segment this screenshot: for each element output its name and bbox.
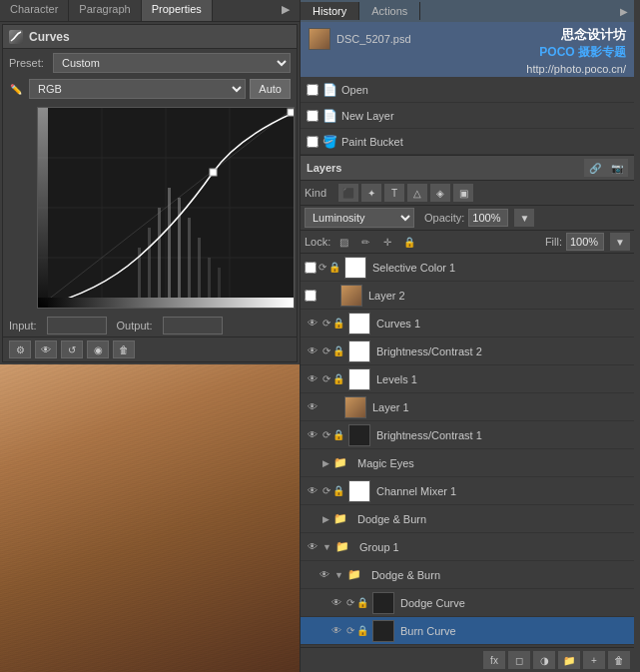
layer-name-1: Layer 2 [368,290,630,302]
layer-row[interactable]: 👁 ⟳ 🔒 Levels 1 [301,365,634,393]
fx-btn[interactable]: fx [483,651,505,669]
layer-eye-4[interactable]: 👁 [305,373,320,384]
layer-row[interactable]: 👁 Layer 1 [301,393,634,421]
layer-row[interactable]: ⟳ 🔒 Selective Color 1 [301,254,634,282]
tab-paragraph[interactable]: Paragraph [69,0,141,21]
layer-eye-13[interactable]: 👁 [328,625,344,636]
layer-row[interactable]: 👁 ⟳ 🔒 Curves 1 [301,310,634,337]
layers-header-title: Layers [307,162,341,174]
layer-mask-8: 🔒 [332,485,344,496]
group-btn[interactable]: 📁 [558,651,580,669]
layer-vis-1[interactable] [305,290,317,302]
layers-link-btn[interactable]: 🔗 [584,159,606,177]
history-check-paint[interactable] [307,136,319,148]
lock-move-btn[interactable]: ✛ [378,234,396,250]
eye-btn[interactable]: 👁 [35,340,57,358]
history-check-open[interactable] [307,84,319,96]
layer-name-12: Dodge Curve [400,597,630,609]
kind-shape-btn[interactable]: △ [407,184,427,202]
layer-link-3: ⟳ [322,345,330,356]
tab-character[interactable]: Character [0,0,69,21]
adjustment-btn[interactable]: ◑ [533,651,555,669]
history-items: 📄 Open 📄 New Layer 🪣 Paint Bucket [301,77,634,155]
history-item-open[interactable]: 📄 Open [301,77,634,103]
svg-rect-21 [38,108,48,308]
layers-camera-btn[interactable]: 📷 [606,159,628,177]
mask-btn[interactable]: ◻ [508,651,530,669]
visibility-btn[interactable]: ◉ [87,340,109,358]
layer-row[interactable]: 👁 ⟳ 🔒 Burn Curve [301,617,634,645]
layer-vis-0[interactable] [305,262,317,274]
svg-rect-18 [210,169,217,176]
history-item-label: New Layer [341,110,394,122]
lock-all-btn[interactable]: 🔒 [400,234,418,250]
opacity-input[interactable] [468,209,508,227]
lock-transparent-btn[interactable]: ▨ [334,234,352,250]
preset-select[interactable]: Custom [53,53,291,73]
layer-mask-0: 🔒 [328,262,340,273]
input-output-row: Input: Output: [3,315,297,336]
new-layer-btn[interactable]: + [583,651,605,669]
kind-pixel-btn[interactable]: ⬛ [338,184,358,202]
panel-menu-btn[interactable]: ▶ [272,0,300,21]
kind-filter-btn[interactable]: ▣ [453,184,473,202]
channel-select[interactable]: RGB [29,79,246,99]
channel-btn[interactable]: ⚙ [9,340,31,358]
layer-link-4: ⟳ [322,373,330,384]
layer-row[interactable]: ▶ 📁 Magic Eyes [301,449,634,477]
layer-eye-3[interactable]: 👁 [305,345,320,356]
layer-name-4: Levels 1 [376,373,630,385]
photo-placeholder [0,364,300,672]
layer-eye-6[interactable]: 👁 [305,429,320,440]
reset-btn[interactable]: ↺ [61,340,83,358]
fill-input[interactable] [566,233,604,251]
layer-row[interactable]: 👁 ⟳ 🔒 Brightness/Contrast 1 [301,421,634,449]
tab-actions[interactable]: Actions [359,2,420,20]
layer-eye-2[interactable]: 👁 [305,318,320,329]
output-value[interactable] [163,317,223,335]
history-item-paintbucket[interactable]: 🪣 Paint Bucket [301,129,634,155]
layer-thumb-6 [348,424,370,446]
tab-history[interactable]: History [301,2,359,20]
fill-menu-btn[interactable]: ▼ [610,233,630,251]
curves-graph[interactable] [37,107,295,309]
lock-paint-btn[interactable]: ✏ [356,234,374,250]
delete-btn[interactable]: 🗑 [113,340,135,358]
layer-row[interactable]: 👁 ▼ 📁 Dodge & Burn [301,561,634,589]
delete-layer-btn[interactable]: 🗑 [608,651,630,669]
layer-name-7: Magic Eyes [357,457,630,469]
history-check-newlayer[interactable] [307,110,319,122]
auto-button[interactable]: Auto [250,79,291,99]
panel-title: Curves [29,30,70,44]
kind-smart-btn[interactable]: ◈ [430,184,450,202]
tab-properties[interactable]: Properties [142,0,213,21]
kind-adjust-btn[interactable]: ✦ [361,184,381,202]
layer-name-3: Brightness/Contrast 2 [376,345,630,357]
layer-row[interactable]: 👁 ⟳ 🔒 Channel Mixer 1 [301,477,634,505]
layer-row[interactable]: 👁 ⟳ 🔒 Brightness/Contrast 2 [301,337,634,365]
layer-eye-10[interactable]: 👁 [305,541,320,552]
history-item-newlayer[interactable]: 📄 New Layer [301,103,634,129]
channel-tool-1[interactable]: ✏️ [9,82,23,96]
layer-mask-13: 🔒 [356,625,368,636]
opacity-menu-btn[interactable]: ▼ [514,209,534,227]
preset-row: Preset: Custom [3,49,297,77]
history-menu-btn[interactable]: ▶ [614,6,634,17]
layer-row[interactable]: 👁 ⟳ 🔒 Dodge Curve [301,589,634,617]
watermark-title: 思念设计坊 [526,26,626,44]
svg-rect-11 [168,188,171,308]
layer-row[interactable]: Layer 2 [301,282,634,310]
layer-eye-12[interactable]: 👁 [328,597,344,608]
input-value[interactable] [47,317,107,335]
layer-row[interactable]: 👁 ▼ 📁 Group 1 [301,533,634,561]
layer-link-0: ⟳ [319,262,326,273]
layer-row[interactable]: ▶ 📁 Dodge & Burn [301,505,634,533]
layer-mask-6: 🔒 [332,429,344,440]
layer-name-0: Selective Color 1 [372,262,630,274]
layer-eye-8[interactable]: 👁 [305,485,320,496]
layer-eye-5[interactable]: 👁 [305,401,320,412]
layer-eye-11[interactable]: 👁 [317,569,332,580]
kind-type-btn[interactable]: T [384,184,404,202]
folder-icon-9: 📁 [333,512,347,525]
blend-select[interactable]: Luminosity [305,208,414,228]
